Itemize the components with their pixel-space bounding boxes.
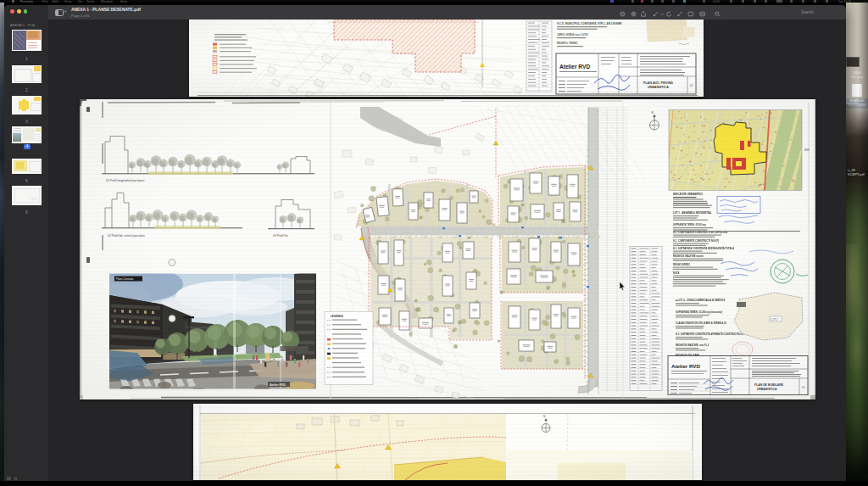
svg-text:LOT 1 - ANSAMBLU REZIDENTIAL: LOT 1 - ANSAMBLU REZIDENTIAL	[673, 211, 712, 215]
svg-text:INDICATORI URBANISTICI: INDICATORI URBANISTICI	[673, 193, 703, 196]
svg-text:01 Profil longitudinal parc/p: 01 Profil longitudinal parc/parc	[106, 179, 145, 182]
svg-text:LEGENDA: LEGENDA	[331, 315, 344, 318]
svg-text:CLASA/CONDITII DE UTILIZARE A: CLASA/CONDITII DE UTILIZARE A TERENULUI	[676, 321, 726, 325]
svg-text:03: 03	[690, 84, 693, 87]
svg-text:Piata Centrala: Piata Centrala	[116, 277, 133, 281]
svg-text:URBANISTICA: URBANISTICA	[757, 387, 777, 390]
svg-text:S.C.D. MUNICIPIUL CONSTANTA, S: S.C.D. MUNICIPIUL CONSTANTA, STR.C. AN 5…	[557, 22, 622, 25]
svg-text:REGIM P+ TEHNIC: REGIM P+ TEHNIC	[557, 42, 578, 45]
svg-text:SUPRAFATA TEREN: 25 500 mp: SUPRAFATA TEREN: 25 500 mp	[673, 223, 706, 226]
svg-text:NOTA: NOTA	[673, 271, 679, 275]
svg-text:03 Profil Dn: 03 Profil Dn	[273, 234, 288, 237]
svg-text:Atelier RVD: Atelier RVD	[559, 64, 590, 70]
svg-text:REGIM DE INALTIME: max P+2: REGIM DE INALTIME: max P+2	[676, 344, 709, 347]
svg-text:H.C. SUPRAFATA CONSTRUITA DESF: H.C. SUPRAFATA CONSTRUITA DESFASURATA TO…	[673, 247, 734, 250]
svg-text:CAROL HOBLE mun. ILFOV: CAROL HOBLE mun. ILFOV	[557, 33, 588, 36]
svg-text:04: 04	[802, 386, 805, 389]
svg-text:REGIM JURIDIC: REGIM JURIDIC	[673, 263, 690, 266]
svg-text:URBANISTICA: URBANISTICA	[648, 86, 669, 89]
svg-text:SUPRAFATA TEREN: 12 260 mp (ma: SUPRAFATA TEREN: 12 260 mp (masurata)	[676, 310, 722, 314]
svg-text:PLAN AVIZ. PRIVIND: PLAN AVIZ. PRIVIND	[643, 81, 674, 85]
svg-text:S.C. COMPONENTE CONSTRUCTII NO: S.C. COMPONENTE CONSTRUCTII NOI (P)	[673, 239, 719, 243]
svg-text:Atelier RVD: Atelier RVD	[671, 363, 700, 369]
svg-text:02 Profil bd. central parc/pa: 02 Profil bd. central parc/parc	[108, 234, 146, 237]
svg-text:PLAN DE MOBILARE: PLAN DE MOBILARE	[754, 383, 784, 387]
svg-text:Atelier RVD: Atelier RVD	[270, 383, 286, 386]
svg-text:REGIM DE INALTIME maxim: REGIM DE INALTIME maxim	[673, 254, 704, 258]
svg-text:LOT 2: LOT 2	[771, 317, 779, 321]
svg-text:■ LOT 2 - ZONA COMERCIALA SI S: ■ LOT 2 - ZONA COMERCIALA SI SERVICII	[676, 299, 726, 302]
svg-text:H.C. SUPRAFETE CONSTRUITE AFER: H.C. SUPRAFETE CONSTRUITE AFERENTE CONST…	[676, 332, 744, 336]
